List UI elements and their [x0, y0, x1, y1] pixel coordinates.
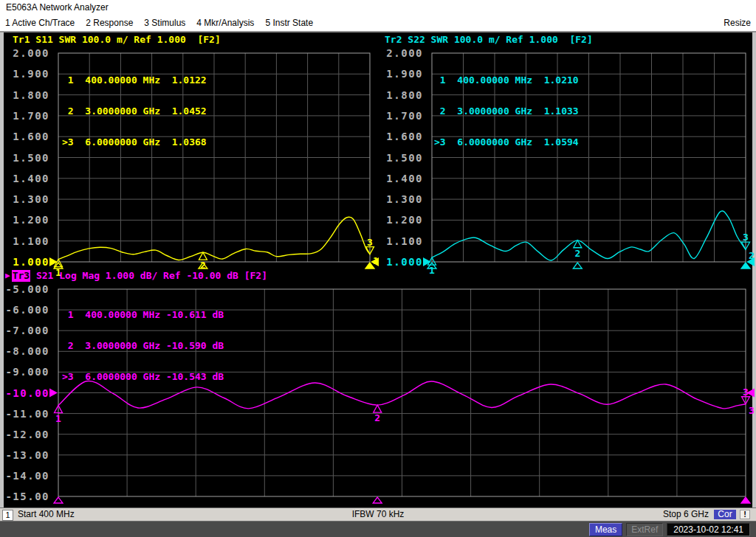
tr1-y-axis-label: 1.300 — [13, 193, 49, 205]
tr2-y-axis-label: 1.700 — [386, 110, 423, 122]
tr2-y-axis-label: 1.300 — [386, 193, 423, 205]
tr3-marker-3-stimulus-indicator[interactable] — [741, 497, 750, 503]
resize-button[interactable]: Resize — [724, 15, 751, 31]
tr2-label[interactable]: Tr2 — [385, 34, 402, 46]
menu-response[interactable]: 2 Response — [86, 18, 133, 28]
tr3-y-axis-label: -8.000 — [5, 345, 49, 357]
datetime-display: 2023-10-02 12:41 — [667, 523, 750, 536]
tr2-y-axis-label: 1.900 — [386, 68, 423, 80]
tr1-y-axis-label: 1.800 — [13, 89, 49, 101]
tr3-marker-3-number: 3 — [743, 387, 749, 398]
tr2-marker-3-number: 3 — [743, 232, 749, 243]
tr1-trace-number: 1 — [373, 255, 379, 266]
tr1-marker-3-number: 3 — [367, 237, 373, 248]
tr1-marker-2[interactable] — [199, 252, 207, 260]
alert-badge: ! — [740, 510, 750, 519]
tr1-y-axis-label: 1.500 — [13, 152, 49, 164]
tr2-marker-1-number: 1 — [429, 265, 435, 276]
tr3-marker2-row: 2 3.0000000 GHz -10.590 dB — [62, 341, 224, 351]
menu-mkr-analysis[interactable]: 4 Mkr/Analysis — [196, 18, 254, 28]
active-trace-arrow-icon: ▶ — [5, 270, 10, 282]
tr2-y-axis-label: 1.500 — [386, 152, 423, 164]
tr3-y-axis-label: -12.00 — [5, 429, 49, 440]
tr2-trace-number: 2 — [749, 250, 755, 261]
analyzer-screen: 2.0001.9001.8001.7001.6001.5001.4001.300… — [0, 32, 756, 507]
menu-active-ch-trace[interactable]: 1 Active Ch/Trace — [5, 18, 75, 28]
tr1-y-axis-label: 1.000 — [13, 256, 49, 268]
tr3-marker3-row: >3 6.0000000 GHz -10.543 dB — [62, 372, 224, 382]
tr3-trace-number: 3 — [749, 405, 755, 416]
start-frequency-label: Start 400 MHz — [18, 508, 75, 521]
correction-badge: Cor — [714, 510, 736, 519]
tr3-marker-2-stimulus-indicator[interactable] — [373, 497, 382, 503]
tr3-ref-level-indicator-left — [49, 389, 58, 398]
tr3-marker-readout: 1 400.00000 MHz -10.611 dB 2 3.0000000 G… — [62, 289, 224, 403]
tr1-header-text: S11 SWR 100.0 m/ Ref 1.000 [F2] — [30, 34, 220, 46]
meas-indicator: Meas — [589, 523, 622, 536]
tr1-y-axis-label: 1.400 — [13, 173, 49, 184]
tr2-marker2-row: 2 3.0000000 GHz 1.1033 — [434, 106, 579, 117]
status-bar: 1 Start 400 MHz IFBW 70 kHz Stop 6 GHz C… — [0, 507, 756, 521]
tr1-y-axis-label: 1.600 — [13, 131, 49, 142]
tr3-label[interactable]: Tr3 — [12, 270, 30, 282]
tr1-marker3-row: >3 6.0000000 GHz 1.0368 — [62, 137, 207, 148]
tr1-y-axis-label: 1.700 — [13, 110, 49, 122]
menu-stimulus[interactable]: 3 Stimulus — [144, 18, 185, 28]
tr2-y-axis-label: 1.000 — [386, 256, 423, 268]
tr1-marker2-row: 2 3.0000000 GHz 1.0452 — [62, 106, 207, 117]
tr1-label[interactable]: Tr1 — [13, 34, 30, 46]
tr3-y-axis-label: -15.00 — [5, 491, 49, 502]
tr1-marker-readout: 1 400.00000 MHz 1.0122 2 3.0000000 GHz 1… — [62, 55, 207, 168]
tr2-y-axis-label: 1.800 — [386, 89, 423, 101]
tr3-marker-2[interactable] — [374, 405, 382, 412]
tr3-y-axis-label: -7.000 — [5, 325, 49, 336]
screen-frame-left — [0, 32, 4, 507]
tr3-marker-1-stimulus-indicator[interactable] — [54, 497, 63, 503]
tr2-header[interactable]: Tr2 S22 SWR 100.0 m/ Ref 1.000 [F2] — [385, 34, 593, 46]
tr3-y-axis-label: -13.00 — [5, 449, 49, 461]
tr1-marker1-row: 1 400.00000 MHz 1.0122 — [62, 75, 207, 86]
ifbw-label: IFBW 70 kHz — [352, 508, 405, 521]
app-window: E5063A Network Analyzer 1 Active Ch/Trac… — [0, 0, 756, 537]
screen-frame-right — [752, 32, 756, 507]
tr2-y-axis-label: 1.200 — [386, 214, 423, 226]
tr3-marker-2-number: 2 — [374, 412, 380, 423]
tr3-y-axis-label: -14.00 — [5, 470, 49, 482]
title-bar: E5063A Network Analyzer — [0, 0, 756, 15]
tr2-marker3-row: >3 6.0000000 GHz 1.0594 — [434, 137, 579, 148]
tr2-marker-3-stimulus-indicator[interactable] — [741, 263, 750, 268]
tr2-marker-2-stimulus-indicator[interactable] — [573, 263, 582, 268]
tr3-y-axis-label: -6.000 — [5, 304, 49, 316]
tr3-header[interactable]: ▶Tr3 S21 Log Mag 1.000 dB/ Ref -10.00 dB… — [5, 270, 267, 282]
tr3-header-text: S21 Log Mag 1.000 dB/ Ref -10.00 dB [F2] — [30, 270, 267, 282]
instrument-status-bar: Meas ExtRef 2023-10-02 12:41 — [0, 521, 756, 537]
tr3-y-axis-label: -9.000 — [5, 366, 49, 378]
tr3-y-axis-label: -10.00 — [5, 387, 49, 399]
tr1-y-axis-label: 1.900 — [13, 68, 49, 80]
extref-indicator: ExtRef — [626, 523, 663, 536]
tr1-header[interactable]: Tr1 S11 SWR 100.0 m/ Ref 1.000 [F2] — [13, 34, 221, 46]
tr2-marker-2-number: 2 — [574, 248, 580, 259]
menu-instr-state[interactable]: 5 Instr State — [265, 18, 313, 28]
tr3-marker1-row: 1 400.00000 MHz -10.611 dB — [62, 310, 224, 320]
tr2-marker-readout: 1 400.00000 MHz 1.0210 2 3.0000000 GHz 1… — [434, 55, 579, 168]
tr2-y-axis-label: 2.000 — [386, 47, 423, 59]
tr1-y-axis-label: 1.200 — [13, 214, 49, 226]
menu-items: 1 Active Ch/Trace 2 Response 3 Stimulus … — [5, 15, 313, 31]
tr2-y-axis-label: 1.600 — [386, 131, 423, 142]
stop-frequency-label: Stop 6 GHz — [663, 508, 709, 521]
tr3-y-axis-label: -5.000 — [5, 283, 49, 295]
tr2-header-text: S22 SWR 100.0 m/ Ref 1.000 [F2] — [402, 34, 592, 46]
menu-bar: 1 Active Ch/Trace 2 Response 3 Stimulus … — [0, 15, 756, 32]
channel-number-box: 1 — [2, 510, 13, 521]
tr1-y-axis-label: 2.000 — [13, 47, 49, 59]
tr3-marker-1-number: 1 — [55, 413, 61, 424]
tr1-y-axis-label: 1.100 — [13, 235, 49, 247]
tr2-y-axis-label: 1.400 — [386, 173, 423, 184]
tr2-y-axis-label: 1.100 — [386, 235, 423, 247]
tr2-marker1-row: 1 400.00000 MHz 1.0210 — [434, 75, 579, 86]
tr3-y-axis-label: -11.00 — [5, 408, 49, 420]
window-title: E5063A Network Analyzer — [6, 2, 109, 13]
